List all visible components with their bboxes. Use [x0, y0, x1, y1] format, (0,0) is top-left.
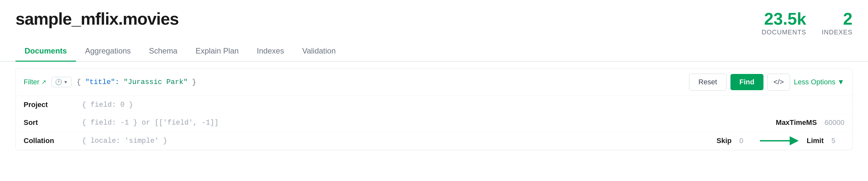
arrow-right-icon [760, 136, 799, 145]
header: sample_mflix.movies 23.5k DOCUMENTS 2 IN… [0, 0, 868, 36]
tab-aggregations[interactable]: Aggregations [76, 41, 140, 62]
skip-limit-section: Skip 0 Limit 5 [716, 136, 844, 145]
open-brace: { [77, 78, 81, 86]
arrow-section [760, 136, 799, 145]
external-link-icon: ↗ [41, 78, 46, 86]
maxtimems-label: MaxTimeMS [776, 119, 817, 127]
limit-input[interactable]: 5 [831, 136, 844, 145]
history-button[interactable]: 🕐 ▼ [52, 77, 71, 87]
arrow-line [760, 140, 790, 141]
documents-label: DOCUMENTS [762, 29, 806, 36]
indexes-label: INDEXES [822, 29, 852, 36]
sort-label: Sort [24, 119, 82, 127]
project-input[interactable]: { field: 0 } [82, 101, 844, 109]
filter-label: Filter ↗ [24, 78, 46, 86]
close-brace: } [192, 78, 196, 86]
chevron-down-icon: ▼ [63, 79, 68, 85]
sort-array-text: [['field', -1]] [150, 119, 218, 127]
maxtimems-section: MaxTimeMS 60000 [776, 119, 844, 127]
query-bar: Filter ↗ 🕐 ▼ { "title": "Jurassic Park" … [16, 68, 852, 150]
collation-input[interactable]: { locale: 'simple' } [82, 137, 716, 145]
sort-row: Sort { field: -1 } or [['field', -1]] Ma… [16, 114, 852, 132]
arrow-head [790, 136, 799, 145]
tab-schema[interactable]: Schema [140, 41, 186, 62]
documents-count: 23.5k [762, 10, 806, 27]
less-options-label: Less Options [794, 78, 835, 86]
sort-value-text: { field: -1 } [82, 119, 142, 127]
skip-label: Skip [716, 136, 732, 145]
collation-label: Collation [24, 136, 82, 145]
sort-input[interactable]: { field: -1 } or [['field', -1]] [82, 119, 776, 127]
project-row: Project { field: 0 } [16, 96, 852, 114]
documents-stat: 23.5k DOCUMENTS [762, 10, 806, 36]
less-options-button[interactable]: Less Options ▼ [794, 78, 844, 86]
filter-key: "title": [85, 78, 124, 86]
indexes-stat: 2 INDEXES [822, 10, 852, 36]
tab-validation[interactable]: Validation [293, 41, 345, 62]
tab-documents[interactable]: Documents [16, 41, 76, 62]
code-view-button[interactable]: </> [767, 74, 790, 90]
maxtimems-input[interactable]: 60000 [825, 119, 844, 127]
code-icon: </> [774, 78, 784, 86]
collation-row: Collation { locale: 'simple' } Skip 0 Li… [16, 132, 852, 150]
tab-explain-plan[interactable]: Explain Plan [186, 41, 248, 62]
filter-row: Filter ↗ 🕐 ▼ { "title": "Jurassic Park" … [16, 69, 852, 96]
query-actions: Reset Find </> Less Options ▼ [689, 74, 844, 90]
sort-or-text: or [142, 119, 150, 127]
stats-section: 23.5k DOCUMENTS 2 INDEXES [762, 10, 852, 36]
chevron-down-green-icon: ▼ [837, 78, 844, 86]
filter-text: Filter [24, 78, 39, 86]
limit-label: Limit [807, 136, 824, 145]
project-label: Project [24, 101, 82, 109]
filter-value: "Jurassic Park" [124, 78, 188, 86]
tabs-bar: Documents Aggregations Schema Explain Pl… [0, 41, 868, 62]
skip-input[interactable]: 0 [739, 136, 752, 145]
find-button[interactable]: Find [731, 74, 764, 90]
collection-title: sample_mflix.movies [16, 9, 179, 29]
tab-indexes[interactable]: Indexes [248, 41, 293, 62]
filter-input[interactable]: { "title": "Jurassic Park" } [77, 78, 196, 86]
indexes-count: 2 [822, 10, 852, 27]
reset-button[interactable]: Reset [689, 74, 726, 90]
clock-icon: 🕐 [55, 78, 62, 86]
